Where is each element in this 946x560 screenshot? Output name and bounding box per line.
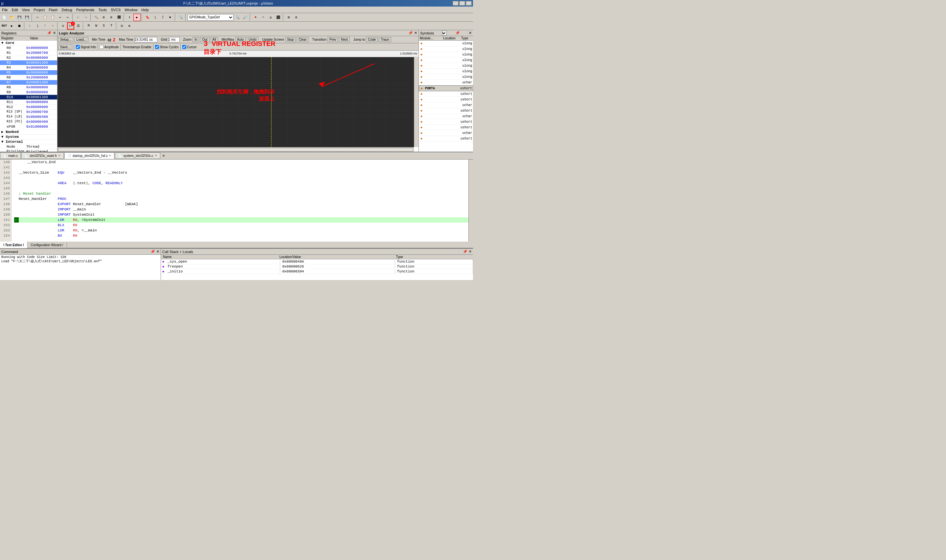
reg-row-r10[interactable]: R100x08001300	[0, 95, 57, 100]
editor-scrollbar[interactable]	[468, 160, 473, 242]
reg-row-xpsr[interactable]: xPSR0x01000000	[0, 125, 57, 129]
menu-window[interactable]: Window	[123, 7, 139, 12]
cut-button[interactable]: ✂	[34, 14, 41, 21]
build-button[interactable]: 🔨	[92, 14, 100, 21]
reg-row-r2[interactable]: R20x00000000	[0, 55, 57, 60]
sym-row-14[interactable]: ◆ ushort	[419, 119, 473, 125]
maximize-button[interactable]: ☐	[459, 1, 465, 6]
sym-row-2[interactable]: ◆ ulong	[419, 52, 473, 57]
window-split-button[interactable]: ⊞	[285, 14, 292, 21]
la-amplitude-check[interactable]	[100, 45, 103, 49]
minimize-button[interactable]: —	[453, 1, 459, 6]
open-button[interactable]: 📂	[8, 14, 15, 21]
tab-system-c[interactable]: 📄 system_stm32f10x.c ✕	[115, 152, 160, 159]
menu-svcs[interactable]: SVCS	[109, 7, 123, 12]
copy-button[interactable]: 📋	[42, 14, 49, 21]
reg-row-r12[interactable]: R120x00000000	[0, 105, 57, 110]
save-button[interactable]: 💾	[16, 14, 23, 21]
debug-win-button[interactable]: LA 1	[67, 22, 74, 29]
la-zoom-all-button[interactable]: All	[211, 37, 218, 42]
reg-group-system[interactable]: ▼ System	[0, 135, 57, 140]
navigate-back-button[interactable]: ←	[75, 14, 82, 21]
tab-text-editor[interactable]: \ Text Editor /	[0, 242, 28, 248]
reset-button[interactable]: RST	[1, 22, 8, 29]
watch-win-button[interactable]: W	[92, 22, 100, 29]
la-clear-button[interactable]: Clear	[297, 37, 308, 42]
registers-pin[interactable]: 📌	[47, 31, 52, 35]
symbols-filter-combo[interactable]: ▼	[442, 31, 447, 36]
la-code-button[interactable]: Code	[366, 37, 378, 42]
command-close[interactable]: ✕	[156, 249, 159, 254]
symbols-close[interactable]: ✕	[469, 31, 472, 35]
sym-row-16[interactable]: ◆ uchar	[419, 130, 473, 136]
tab-close-btn[interactable]: ✕	[161, 152, 473, 159]
sym-row-17[interactable]: ◆ ushort	[419, 136, 473, 142]
stop-build-button[interactable]: ⬛	[115, 14, 123, 21]
bookmark-toggle[interactable]: 🔖	[144, 14, 151, 21]
la-grid-input[interactable]	[168, 37, 180, 42]
la-load-button[interactable]: Load...	[74, 37, 88, 42]
tab-usart-close[interactable]: ✕	[58, 154, 61, 157]
la-signal-info-check[interactable]	[76, 45, 80, 49]
menu-edit[interactable]: Edit	[10, 7, 20, 12]
reg-group-internal[interactable]: ▼ Internal	[0, 140, 57, 145]
callstack-close[interactable]: ✕	[469, 249, 472, 254]
bookmark-next[interactable]: ⤵	[151, 14, 159, 21]
reg-row-r1[interactable]: R10x20000700	[0, 51, 57, 55]
reg-row-r14[interactable]: R14 (LR)0x08000400	[0, 115, 57, 120]
la-scrollbar-right[interactable]	[414, 57, 419, 147]
find-in-file-button[interactable]: 🔍	[234, 14, 241, 21]
menu-project[interactable]: Project	[32, 7, 47, 12]
reg-row-r9[interactable]: R90x00000000	[0, 90, 57, 95]
reg-row-r0[interactable]: R00x00000000	[0, 46, 57, 51]
redo-button[interactable]: ↪	[64, 14, 71, 21]
close-button[interactable]: ✕	[466, 1, 472, 6]
registers-win-button[interactable]: ☰	[75, 22, 82, 29]
bookmark-prev[interactable]: ⤴	[159, 14, 166, 21]
undo-button[interactable]: ↩	[57, 14, 64, 21]
mem-win-button[interactable]: M	[85, 22, 92, 29]
menu-file[interactable]: File	[0, 7, 10, 12]
sym-row-1[interactable]: ◆ ulong	[419, 46, 473, 52]
reg-row-r5[interactable]: R50x00000000	[0, 70, 57, 75]
la-scrollbar-bottom[interactable]	[57, 147, 414, 152]
tab-config-wizard[interactable]: Configuration Wizard /	[28, 242, 67, 248]
menu-peripherals[interactable]: Peripherals	[74, 7, 97, 12]
menu-tools[interactable]: Tools	[97, 7, 109, 12]
run2-button[interactable]: ○	[259, 14, 267, 21]
step-out-button[interactable]: ↑	[42, 22, 49, 29]
show-next-button[interactable]: ⊙	[59, 22, 67, 29]
gpio-combo[interactable]: GPIOMode_TypeDef	[188, 14, 234, 21]
sym-row-9[interactable]: ◆ ushort	[419, 91, 473, 97]
bookmark-clear[interactable]: ✖	[166, 14, 174, 21]
callstack-pin[interactable]: 📌	[463, 249, 467, 254]
translate-button[interactable]: ⚙	[108, 14, 115, 21]
la-pin[interactable]: 📌	[408, 31, 413, 35]
la-zoom-in-button[interactable]: In	[193, 37, 199, 42]
serial-win-button[interactable]: S	[100, 22, 108, 29]
symbols-pin[interactable]: 📌	[455, 31, 460, 35]
options-button[interactable]: ⚙	[293, 14, 300, 21]
cs-row-sys-open[interactable]: ◆ _sys_open 0x0800049A function	[161, 259, 473, 264]
reg-row-r11[interactable]: R110x00000000	[0, 100, 57, 105]
sym-row-3[interactable]: ◆ ulong	[419, 57, 473, 63]
menu-debug[interactable]: Debug	[60, 7, 74, 12]
new-file-button[interactable]: 📄	[1, 14, 8, 21]
sym-row-5[interactable]: ◆ ulong	[419, 69, 473, 74]
la-show-cycles-check[interactable]	[155, 45, 159, 49]
reg-row-r13[interactable]: R13 (SP)0x20000700	[0, 110, 57, 115]
step-over-button[interactable]: ⤵	[34, 22, 41, 29]
la-prev-button[interactable]: Prev	[328, 37, 338, 42]
la-maxtime-input[interactable]	[134, 37, 157, 42]
sym-row-11[interactable]: ◆ uchar	[419, 102, 473, 108]
tab-startup-s[interactable]: 📄 startup_stm32f10x_hd.s ✕	[65, 152, 115, 159]
reg-row-r7[interactable]: R70x08001300	[0, 80, 57, 85]
la-scroll-track[interactable]	[58, 148, 413, 151]
download-button[interactable]: ⬇	[126, 14, 133, 21]
reg-group-banked[interactable]: ▶ Banked	[0, 129, 57, 135]
run-button[interactable]: ●	[252, 14, 259, 21]
reg-row-r8[interactable]: R80x00000000	[0, 85, 57, 90]
registers-close[interactable]: ✕	[53, 31, 56, 35]
command-pin[interactable]: 📌	[151, 249, 155, 254]
menu-view[interactable]: View	[20, 7, 32, 12]
